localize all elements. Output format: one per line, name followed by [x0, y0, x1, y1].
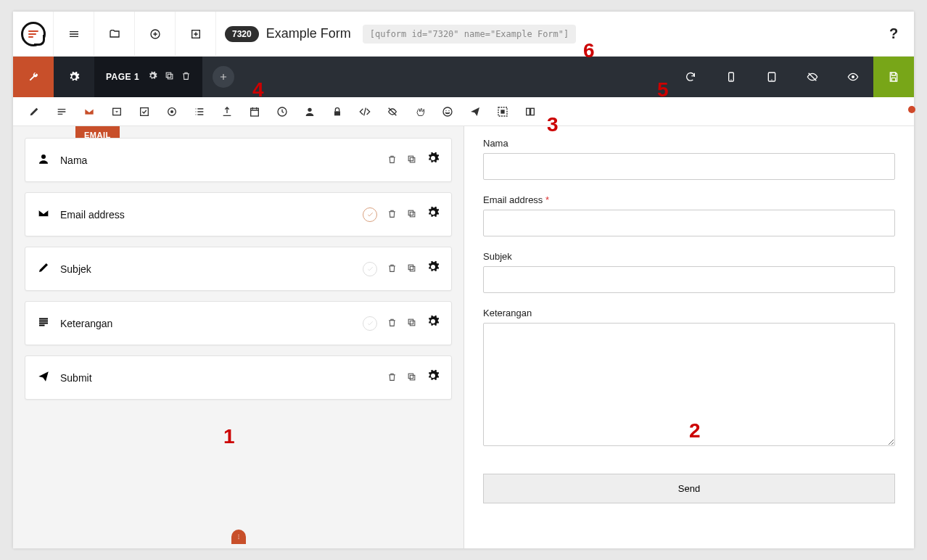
preview-input-subjek[interactable]	[483, 266, 895, 293]
required-badge-icon[interactable]	[363, 207, 377, 222]
builder-block[interactable]: Submit	[25, 355, 452, 400]
block-delete-icon[interactable]	[387, 208, 397, 221]
element-type-bar: EMAIL	[13, 97, 914, 126]
preview-label-email: Email address *	[483, 194, 895, 205]
element-radio-icon[interactable]	[158, 97, 186, 126]
element-columns-icon[interactable]	[516, 97, 544, 126]
element-name-icon[interactable]	[296, 97, 324, 126]
add-page-button[interactable]	[213, 66, 234, 88]
builder-block[interactable]: Email address	[25, 192, 452, 236]
block-type-icon	[37, 152, 50, 168]
preview-button[interactable]	[833, 57, 873, 97]
element-captcha-icon[interactable]	[434, 97, 461, 126]
element-hidden-icon[interactable]	[379, 97, 406, 126]
preview-label-subjek: Subjek	[483, 251, 895, 262]
element-checkbox-icon[interactable]	[131, 97, 158, 126]
block-settings-icon[interactable]	[427, 315, 440, 332]
block-delete-icon[interactable]	[387, 154, 397, 167]
page-delete-icon[interactable]	[181, 70, 191, 83]
page-tab-1[interactable]: PAGE 1	[94, 57, 202, 97]
block-label: Keterangan	[60, 318, 353, 329]
required-badge-icon[interactable]	[363, 316, 377, 331]
preview-label-ket: Keterangan	[483, 308, 895, 318]
open-button[interactable]	[94, 12, 135, 57]
block-delete-icon[interactable]	[387, 317, 397, 330]
preview-mobile-button[interactable]	[711, 57, 751, 97]
element-time-icon[interactable]	[268, 97, 296, 126]
block-duplicate-icon[interactable]	[407, 371, 416, 384]
element-textarea-icon[interactable]	[48, 97, 75, 126]
element-file-icon[interactable]	[213, 97, 241, 126]
preview-tablet-button[interactable]	[751, 57, 792, 97]
new-button[interactable]	[135, 12, 176, 57]
menu-button[interactable]	[54, 12, 94, 57]
block-duplicate-icon[interactable]	[407, 154, 416, 167]
element-date-icon[interactable]	[241, 97, 268, 126]
page-tab-bar: PAGE 1	[13, 57, 914, 97]
block-duplicate-icon[interactable]	[407, 263, 416, 276]
block-type-icon	[37, 370, 50, 386]
builder-block[interactable]: Keterangan	[25, 301, 452, 345]
block-label: Nama	[60, 155, 377, 166]
logo[interactable]	[13, 12, 54, 57]
block-duplicate-icon[interactable]	[407, 208, 416, 221]
element-recaptcha-icon[interactable]	[406, 97, 434, 126]
notification-dot	[908, 106, 915, 113]
builder-block[interactable]: Nama	[25, 138, 452, 182]
builder-pane: NamaEmail addressSubjekKeteranganSubmit	[13, 126, 464, 548]
shortcode-snippet[interactable]: [quform id="7320" name="Example Form"]	[363, 25, 577, 44]
builder-block[interactable]: Subjek	[25, 247, 452, 291]
block-settings-icon[interactable]	[427, 152, 440, 168]
element-text-icon[interactable]	[20, 97, 48, 126]
help-button[interactable]: ?	[873, 25, 914, 42]
resize-handle[interactable]	[231, 530, 246, 544]
element-email-icon[interactable]: EMAIL	[75, 97, 103, 126]
insert-button[interactable]	[176, 12, 216, 57]
required-badge-icon[interactable]	[363, 262, 377, 276]
refresh-button[interactable]	[670, 57, 711, 97]
tools-tab[interactable]	[13, 57, 54, 97]
element-select-icon[interactable]	[103, 97, 131, 126]
element-list-icon[interactable]	[186, 97, 213, 126]
block-label: Subjek	[60, 263, 353, 275]
save-button[interactable]	[873, 57, 914, 97]
element-html-icon[interactable]	[351, 97, 379, 126]
preview-label-nama: Nama	[483, 138, 895, 149]
settings-tab[interactable]	[54, 57, 94, 97]
block-delete-icon[interactable]	[387, 371, 397, 384]
preview-submit-button[interactable]: Send	[483, 474, 895, 503]
block-type-icon	[37, 316, 50, 332]
toggle-hidden-button[interactable]	[792, 57, 833, 97]
element-submit-icon[interactable]	[461, 97, 489, 126]
preview-textarea-ket[interactable]	[483, 323, 895, 446]
block-type-icon	[37, 261, 50, 277]
preview-input-nama[interactable]	[483, 153, 895, 180]
form-title: Example Form	[266, 26, 351, 41]
top-toolbar: 7320 Example Form [quform id="7320" name…	[13, 12, 914, 57]
page-settings-icon[interactable]	[148, 70, 157, 83]
page-copy-icon[interactable]	[165, 70, 174, 83]
page-tab-label: PAGE 1	[106, 72, 139, 82]
block-type-icon	[37, 207, 50, 223]
block-settings-icon[interactable]	[427, 206, 440, 223]
form-id-badge: 7320	[225, 26, 259, 42]
block-duplicate-icon[interactable]	[407, 317, 416, 330]
block-label: Email address	[60, 209, 353, 221]
element-group-icon[interactable]	[489, 97, 516, 126]
preview-input-email[interactable]	[483, 210, 895, 236]
element-password-icon[interactable]	[324, 97, 351, 126]
block-delete-icon[interactable]	[387, 263, 397, 276]
block-settings-icon[interactable]	[427, 260, 440, 277]
block-settings-icon[interactable]	[427, 369, 440, 386]
block-label: Submit	[60, 372, 377, 384]
preview-pane: Nama Email address * Subjek Keterangan S…	[464, 126, 914, 548]
